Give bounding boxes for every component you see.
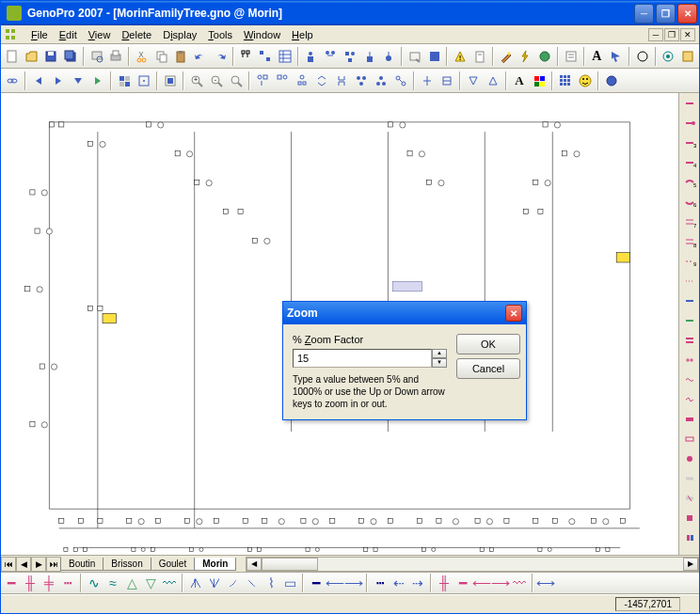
mdi-close[interactable]: ✕ (680, 28, 695, 41)
rel-pink4-icon[interactable]: ⟶ (492, 575, 509, 591)
zoom-out-icon[interactable]: - (207, 71, 226, 90)
menu-view[interactable]: View (83, 27, 117, 42)
problems-icon[interactable]: ! (451, 47, 469, 66)
tree-tool-6[interactable] (352, 71, 371, 90)
grid-toggle-icon[interactable] (115, 71, 134, 90)
tree-tool-8[interactable] (391, 71, 410, 90)
arrow-icon[interactable] (607, 47, 626, 66)
table-icon[interactable] (276, 47, 294, 66)
bolt-icon[interactable] (517, 47, 535, 66)
menu-edit[interactable]: Edit (54, 27, 83, 42)
daughter-icon[interactable] (379, 47, 398, 66)
sidebar-tool-u[interactable] (680, 390, 699, 409)
tab-nav-first[interactable]: ⏮ (1, 557, 16, 572)
menu-window[interactable]: Window (238, 27, 286, 42)
rel-pink5-icon[interactable]: 〰 (511, 575, 528, 591)
menu-display[interactable]: Display (157, 27, 202, 42)
rel-d-arr-r-icon[interactable]: ⇢ (409, 575, 426, 591)
rel-zig1-icon[interactable]: ⩚ (187, 575, 204, 591)
tree-tool-12[interactable] (484, 71, 502, 90)
tab-goulet[interactable]: Goulet (151, 558, 195, 571)
son-icon[interactable] (360, 47, 379, 66)
sidebar-tool-s[interactable] (680, 489, 699, 508)
save-button[interactable] (41, 47, 60, 66)
fit-all-icon[interactable] (161, 71, 180, 90)
tree-tool-2[interactable] (273, 71, 292, 90)
sidebar-tool-d[interactable] (680, 509, 699, 527)
rel-pink2-icon[interactable]: ━ (454, 575, 471, 591)
color-box-icon[interactable] (425, 47, 444, 66)
globe-icon[interactable] (535, 47, 554, 66)
sidebar-tool-2[interactable] (680, 114, 699, 133)
rel-tri2-icon[interactable]: ▽ (142, 575, 159, 591)
rel-tri1-icon[interactable]: △ (123, 575, 140, 591)
rel-pink1-icon[interactable]: ╫ (436, 575, 453, 591)
tab-nav-prev[interactable]: ◀ (16, 557, 31, 572)
rel-zig3-icon[interactable]: ⟋ (225, 575, 242, 591)
zoom-value-input[interactable] (293, 349, 432, 368)
titlebar[interactable]: GenoPro 2007 - [MorinFamilyTree.gno @ Mo… (1, 1, 699, 25)
tab-morin[interactable]: Morin (194, 558, 236, 571)
help-icon2[interactable] (678, 47, 697, 66)
print-button[interactable] (106, 47, 125, 66)
move-ext-icon[interactable] (88, 71, 107, 90)
sidebar-tool-e[interactable] (680, 311, 699, 330)
tree-tool-3[interactable] (293, 71, 311, 90)
rel-d-navy-icon[interactable]: ┅ (372, 575, 389, 591)
sidebar-tool-p[interactable] (680, 449, 699, 468)
tree-tool-9[interactable] (418, 71, 437, 90)
rel-pink3-icon[interactable]: ⟵ (473, 575, 490, 591)
sidebar-tool-6[interactable]: 6 (680, 193, 699, 212)
scroll-left-button[interactable]: ◀ (247, 558, 262, 571)
maximize-button[interactable]: ❐ (656, 4, 676, 24)
cancel-button[interactable]: Cancel (456, 358, 520, 379)
sidebar-tool-w[interactable] (680, 291, 699, 310)
mdi-restore[interactable]: ❐ (664, 28, 679, 41)
save-all-button[interactable] (61, 47, 80, 66)
horizontal-scrollbar[interactable]: ◀ ▶ (246, 557, 699, 572)
report-icon[interactable] (470, 47, 489, 66)
rel-arr-l-icon[interactable]: ⟵ (326, 575, 343, 591)
rel-arr-r-icon[interactable]: ⟶ (345, 575, 362, 591)
zoom-in-icon[interactable]: + (187, 71, 206, 90)
sidebar-tool-y[interactable] (680, 370, 699, 389)
tree-tool-5[interactable] (332, 71, 351, 90)
sidebar-tool-q[interactable] (680, 272, 699, 291)
menu-tools[interactable]: Tools (202, 27, 238, 42)
find-icon[interactable] (406, 47, 424, 66)
menu-file[interactable]: File (25, 27, 54, 42)
tree-tool-11[interactable] (464, 71, 483, 90)
family-icon[interactable] (321, 47, 340, 66)
rel-zig2-icon[interactable]: ⩛ (206, 575, 223, 591)
tree-tool-4[interactable] (312, 71, 331, 90)
scroll-right-button[interactable]: ▶ (683, 558, 698, 571)
redo-button[interactable] (211, 47, 230, 66)
sidebar-tool-f[interactable] (680, 528, 699, 547)
wizard-icon[interactable] (497, 47, 516, 66)
ok-button[interactable]: OK (456, 334, 520, 354)
sidebar-tool-7[interactable]: 7 (680, 213, 699, 231)
menu-delete[interactable]: Delete (116, 27, 157, 42)
move-right-icon[interactable] (49, 71, 68, 90)
sidebar-tool-8[interactable]: 8 (680, 232, 699, 251)
move-left-icon[interactable] (29, 71, 48, 90)
hyperlink-icon[interactable] (660, 47, 678, 66)
cut-button[interactable] (133, 47, 151, 66)
dialog-close-button[interactable]: ✕ (505, 305, 522, 322)
rel-zig5-icon[interactable]: ⌇ (262, 575, 279, 591)
paste-button[interactable] (172, 47, 191, 66)
text-icon[interactable]: A (588, 47, 607, 66)
copy-button[interactable] (152, 47, 171, 66)
shape-circle-icon[interactable] (633, 47, 652, 66)
close-button[interactable]: ✕ (677, 4, 697, 24)
rel-d-arr-l-icon[interactable]: ⇠ (390, 575, 407, 591)
tab-nav-last[interactable]: ⏭ (46, 557, 61, 572)
spinner-up[interactable]: ▲ (432, 349, 447, 358)
tab-nav-next[interactable]: ▶ (31, 557, 46, 572)
move-down-icon[interactable] (69, 71, 88, 90)
sidebar-tool-1[interactable] (680, 94, 699, 113)
undo-button[interactable] (191, 47, 210, 66)
rel-wave1-icon[interactable]: ∿ (86, 575, 103, 591)
font-icon[interactable]: A (510, 71, 529, 90)
dialog-titlebar[interactable]: Zoom ✕ (283, 302, 526, 324)
